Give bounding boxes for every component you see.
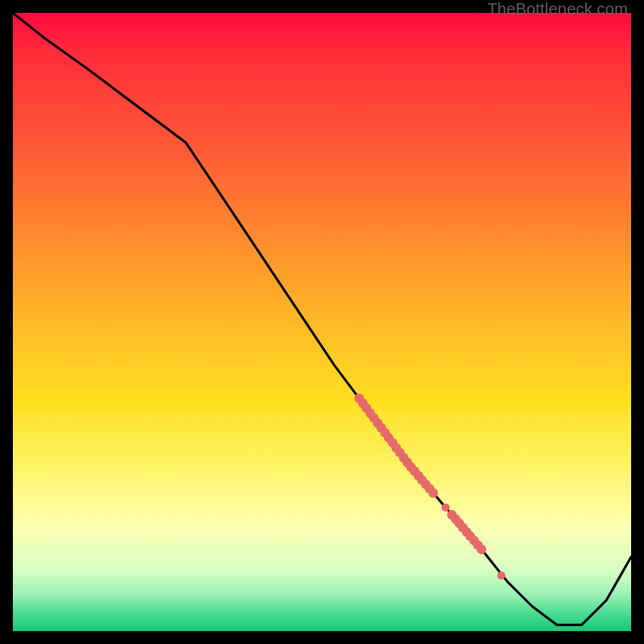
plot-area (13, 13, 631, 631)
chart-overlay (13, 13, 631, 631)
chart-frame: TheBottleneck.com (0, 0, 644, 644)
series-bottleneck-curve (13, 13, 631, 625)
curve-path (13, 13, 631, 625)
marker-dot (442, 503, 450, 511)
marker-layer (354, 394, 506, 580)
marker-dot (497, 572, 506, 580)
marker-dot (477, 544, 486, 554)
marker-dot (428, 489, 438, 498)
watermark-label: TheBottleneck.com (487, 0, 628, 19)
